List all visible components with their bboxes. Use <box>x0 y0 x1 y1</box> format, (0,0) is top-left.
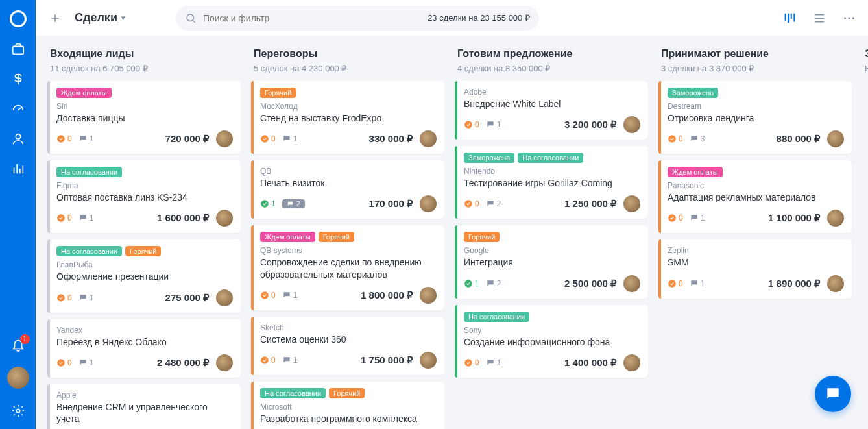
card-footer: 011 800 000 ₽ <box>260 287 437 304</box>
comment-count: 1 <box>78 134 94 143</box>
svg-point-18 <box>464 201 472 208</box>
card-price: 3 200 000 ₽ <box>564 119 617 130</box>
card-company: Microsoft <box>260 402 437 411</box>
view-kanban-icon[interactable] <box>782 11 797 25</box>
add-button[interactable] <box>47 10 63 26</box>
nav-chart-icon[interactable] <box>10 161 26 177</box>
assignee-avatar[interactable] <box>420 287 437 304</box>
card-footer: 12170 000 ₽ <box>260 195 437 212</box>
assignee-avatar[interactable] <box>623 116 640 133</box>
assignee-avatar[interactable] <box>420 352 437 369</box>
assignee-avatar[interactable] <box>216 210 233 227</box>
chat-fab[interactable] <box>815 376 851 412</box>
card-name: Оптовая поставка линз KS-234 <box>56 191 233 203</box>
card-name: Интеграция <box>464 256 640 268</box>
svg-point-15 <box>261 356 269 364</box>
task-count: 0 <box>464 120 479 129</box>
board-title: Сделки <box>75 11 117 25</box>
column-header: Готовим предложение4 сделки на 8 350 000… <box>455 48 649 81</box>
nav-settings-icon[interactable] <box>10 403 26 419</box>
nav-gauge-icon[interactable] <box>10 101 26 117</box>
card-footer: 013 200 000 ₽ <box>464 116 640 133</box>
deal-card[interactable]: На согласованииSonyСоздание информационн… <box>455 305 648 378</box>
card-company: Zeplin <box>668 246 844 255</box>
card-tags: Ждем оплаты <box>668 167 844 177</box>
svg-point-13 <box>261 201 269 208</box>
assignee-avatar[interactable] <box>623 354 640 371</box>
deal-card[interactable]: На согласованииГорячийMicrosoftРазработк… <box>251 382 444 429</box>
assignee-avatar[interactable] <box>420 195 437 212</box>
card-company: Panasonic <box>668 181 844 190</box>
card-name: Печать визиток <box>260 177 437 189</box>
deal-card[interactable]: ЗамороженаНа согласованииNintendoТестиро… <box>455 146 648 219</box>
sidebar: 1 <box>0 0 36 429</box>
nav-dollar-icon[interactable] <box>10 71 26 87</box>
column-header: Входящие лиды11 сделок на 6 705 000 ₽ <box>47 48 242 81</box>
card-price: 1 100 000 ₽ <box>768 212 821 224</box>
deal-card[interactable]: Ждем оплатыSiriДоставка пиццы01720 000 ₽ <box>47 81 241 154</box>
deal-card[interactable]: ЗамороженаDestreamОтрисовка лендинга0388… <box>658 81 852 154</box>
column-subtitle: Нет с <box>865 64 868 73</box>
card-tags: Ждем оплатыГорячий <box>260 232 437 242</box>
column-title: Закл <box>865 48 868 60</box>
svg-point-19 <box>464 280 472 288</box>
assignee-avatar[interactable] <box>216 354 233 371</box>
card-tags: На согласовании <box>56 167 233 177</box>
column-header: ЗаклНет с <box>862 48 868 81</box>
tag: На согласовании <box>464 312 529 322</box>
column-body: AdobeВнедрение White Label013 200 000 ₽З… <box>455 81 649 429</box>
svg-point-12 <box>261 135 269 143</box>
card-name: SMM <box>668 256 844 268</box>
card-footer: 012 480 000 ₽ <box>56 354 233 371</box>
svg-point-21 <box>668 135 676 143</box>
card-price: 1 250 000 ₽ <box>564 198 617 210</box>
tag: На согласовании <box>56 246 122 256</box>
svg-point-4 <box>844 17 846 19</box>
deal-card[interactable]: На согласованииГорячийГлавРыбаОформление… <box>47 239 241 312</box>
kanban-board[interactable]: Входящие лиды11 сделок на 6 705 000 ₽Жде… <box>36 36 868 429</box>
assignee-avatar[interactable] <box>623 195 640 212</box>
view-list-icon[interactable] <box>812 11 826 25</box>
card-name: Стенд на выставку FrodExpo <box>260 112 437 124</box>
assignee-avatar[interactable] <box>623 275 640 292</box>
task-count: 1 <box>260 199 276 208</box>
card-company: ГлавРыба <box>56 260 233 269</box>
assignee-avatar[interactable] <box>216 289 233 306</box>
more-icon[interactable] <box>842 11 856 25</box>
card-price: 720 000 ₽ <box>165 133 210 145</box>
deal-card[interactable]: SketchСистема оценки 360011 750 000 ₽ <box>251 317 444 375</box>
assignee-avatar[interactable] <box>827 275 844 292</box>
tag: На согласовании <box>56 167 122 177</box>
svg-point-23 <box>668 280 676 288</box>
nav-user-icon[interactable] <box>10 131 26 147</box>
chat-badge: 2 <box>282 199 305 208</box>
comment-count: 1 <box>78 293 94 302</box>
assignee-avatar[interactable] <box>827 210 844 227</box>
comment-count: 1 <box>282 134 298 143</box>
card-company: Destream <box>668 102 844 111</box>
tag: Ждем оплаты <box>56 88 112 98</box>
task-count: 0 <box>260 291 276 300</box>
card-name: Внедрение White Label <box>464 98 640 110</box>
deal-card[interactable]: ZeplinSMM011 890 000 ₽ <box>658 239 852 298</box>
deal-card[interactable]: AppleВнедрение CRM и управленческого уче… <box>47 384 241 429</box>
assignee-avatar[interactable] <box>420 130 437 147</box>
assignee-avatar[interactable] <box>216 130 233 147</box>
nav-briefcase-icon[interactable] <box>10 42 26 57</box>
deal-card[interactable]: ГорячийGoogleИнтеграция122 500 000 ₽ <box>455 225 648 298</box>
search-input[interactable] <box>203 13 421 23</box>
user-avatar[interactable] <box>7 367 29 389</box>
deal-card[interactable]: Ждем оплатыГорячийQB systemsСопровождени… <box>251 225 444 310</box>
deal-card[interactable]: Ждем оплатыPanasonicАдаптация рекламных … <box>658 160 852 233</box>
card-name: Оформление презентации <box>56 271 233 282</box>
deal-card[interactable]: ГорячийМосХолодСтенд на выставку FrodExp… <box>251 81 444 154</box>
deal-card[interactable]: QBПечать визиток12170 000 ₽ <box>251 160 444 219</box>
board-title-dropdown[interactable]: Сделки ▾ <box>75 11 125 25</box>
deal-card[interactable]: AdobeВнедрение White Label013 200 000 ₽ <box>455 81 648 140</box>
deal-card[interactable]: YandexПереезд в Яндекс.Облако012 480 000… <box>47 319 241 378</box>
nav-bell-icon[interactable]: 1 <box>10 337 26 352</box>
deal-card[interactable]: На согласованииFigmaОптовая поставка лин… <box>47 160 241 233</box>
card-footer: 011 600 000 ₽ <box>56 210 233 227</box>
assignee-avatar[interactable] <box>827 130 844 147</box>
svg-point-7 <box>57 135 65 143</box>
